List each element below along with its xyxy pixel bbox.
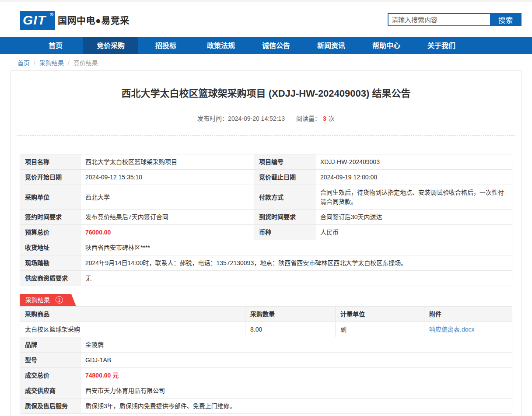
field-value: 西安市天力体育用品有限公司	[80, 383, 512, 399]
field-label: 成交总价	[20, 368, 80, 383]
main-nav: 首页 竞价采购 招投标 政策法规 诚信公告 新闻资讯 帮助中心 关于我们	[0, 37, 532, 54]
nav-item-news[interactable]: 新闻资讯	[304, 37, 359, 54]
views-count: 3	[323, 115, 326, 122]
project-info-table: 项目名称 西北大学太白校区篮球架采购项目 项目编号 XDJJ-HW-202409…	[20, 154, 512, 286]
views-label: 阅读量：	[296, 115, 321, 122]
field-label: 成交供应商	[20, 383, 80, 399]
field-value: 合同生效后，待货物到达指定地点、安装调试验收合格后，一次性付清合同货款。	[315, 185, 512, 210]
site-logo[interactable]: GIT ®	[20, 11, 55, 30]
attachment-link[interactable]: 响应偏离表.docx	[429, 326, 474, 333]
table-row: 品牌 金陵牌	[20, 337, 512, 353]
registered-trademark-icon: ®	[50, 12, 53, 17]
field-label: 签约时间要求	[20, 210, 80, 225]
site-brand-title: 国网中电●易竞采	[58, 12, 130, 29]
nav-item-integrity-notice[interactable]: 诚信公告	[248, 37, 304, 54]
column-header: 采购商品	[20, 307, 245, 322]
site-header: GIT ® 国网中电●易竞采 搜索	[0, 2, 532, 37]
field-value: 金陵牌	[80, 337, 512, 353]
table-row: 太白校区篮球架采购 8.00 副 响应偏离表.docx	[20, 322, 512, 337]
field-label: 供应商资质要求	[20, 271, 80, 286]
field-value: 2024年9月14日14:00时，联系人：郝锐，电话：13572130093，地…	[80, 255, 512, 271]
table-row: 成交总价 74800.00 元	[20, 368, 512, 383]
search-button[interactable]: 搜索	[490, 13, 522, 26]
column-header: 附件	[424, 307, 512, 322]
nav-item-bidding-purchase[interactable]: 竞价采购	[83, 37, 138, 54]
logo-git-text: GIT	[23, 13, 46, 28]
views-unit: 次	[329, 115, 335, 122]
field-value: 质保期3年，质保期内免费提供零部件、免费上门维修。	[80, 399, 512, 414]
field-value: XDJJ-HW-202409003	[315, 154, 512, 170]
site-search: 搜索	[388, 13, 522, 26]
field-value: 2024-09-19 12:00:00	[315, 170, 512, 185]
field-value: 人民币	[315, 225, 512, 240]
badge-number-circle: 1	[56, 296, 63, 304]
field-value: 无	[80, 271, 512, 286]
nav-item-tendering[interactable]: 招投标	[138, 37, 193, 54]
nav-item-help-center[interactable]: 帮助中心	[359, 37, 414, 54]
field-value: 合同签订后30天内送达	[315, 210, 512, 225]
table-row: 质保及售后服务 质保期3年，质保期内免费提供零部件、免费上门维修。	[20, 399, 512, 414]
field-value: 西北大学	[80, 185, 254, 210]
breadcrumb-home[interactable]: 首页	[18, 59, 30, 66]
field-value: 西北大学太白校区篮球架采购项目	[80, 154, 254, 170]
purchase-result-table: 采购商品 采购数量 计量单位 附件 太白校区篮球架采购 8.00 副 响应偏离表…	[20, 306, 512, 337]
deal-detail-table: 品牌 金陵牌 型号 GDJ-1AB 成交总价 74800.00 元 成交供应商 …	[20, 337, 512, 414]
table-row: 供应商资质要求 无	[20, 271, 512, 286]
table-header-row: 采购商品 采购数量 计量单位 附件	[20, 307, 512, 322]
product-name: 太白校区篮球架采购	[20, 322, 245, 337]
breadcrumb-separator: /	[68, 59, 70, 66]
breadcrumb: 首页/采购结果/竞价结果	[10, 54, 522, 70]
deal-total-price: 74800.00 元	[80, 368, 512, 383]
field-value: GDJ-1AB	[80, 353, 512, 368]
table-row: 现场踏勘 2024年9月14日14:00时，联系人：郝锐，电话：13572130…	[20, 255, 512, 271]
table-row: 收货地址 陕西省西安市碑林区****	[20, 240, 512, 255]
table-row: 项目名称 西北大学太白校区篮球架采购项目 项目编号 XDJJ-HW-202409…	[20, 154, 512, 170]
field-label: 品牌	[20, 337, 80, 353]
product-unit: 副	[336, 322, 424, 337]
nav-item-about-us[interactable]: 关于我们	[414, 37, 469, 54]
article-meta: 发布时间：2024-09-20 14:52:13阅读量：3次	[11, 114, 521, 123]
budget-total-price: 76000.00	[80, 225, 254, 240]
field-label: 质保及售后服务	[20, 399, 80, 414]
field-label: 项目编号	[254, 154, 315, 170]
announcement-card: 西北大学太白校区篮球架采购项目 (XDJJ-HW-202409003) 结果公告…	[10, 70, 522, 416]
table-row: 竞价开始日期 2024-09-12 15:35:10 竞价截止日期 2024-0…	[20, 170, 512, 185]
nav-item-policies[interactable]: 政策法规	[193, 37, 248, 54]
table-row: 成交供应商 西安市天力体育用品有限公司	[20, 383, 512, 399]
column-header: 采购数量	[245, 307, 336, 322]
field-label: 付款方式	[254, 185, 315, 210]
dashed-divider	[17, 135, 515, 136]
breadcrumb-current: 竞价结果	[74, 59, 98, 66]
field-label: 币种	[254, 225, 315, 240]
product-quantity: 8.00	[245, 322, 336, 337]
column-header: 计量单位	[336, 307, 424, 322]
field-label: 型号	[20, 353, 80, 368]
nav-item-home[interactable]: 首页	[28, 37, 83, 54]
breadcrumb-purchase-results[interactable]: 采购结果	[39, 59, 64, 66]
breadcrumb-separator: /	[34, 59, 35, 66]
purchase-result-badge-label: 采购结果	[25, 297, 50, 304]
field-label: 预算总价	[20, 225, 80, 240]
field-value: 陕西省西安市碑林区****	[80, 240, 512, 255]
page-title: 西北大学太白校区篮球架采购项目 (XDJJ-HW-202409003) 结果公告	[24, 87, 508, 100]
publish-time-value: 2024-09-20 14:52:13	[228, 115, 285, 122]
publish-time-label: 发布时间：	[197, 115, 228, 122]
field-value: 2024-09-12 15:35:10	[80, 170, 254, 185]
field-label: 到货时间要求	[254, 210, 315, 225]
field-label: 采购单位	[20, 185, 80, 210]
field-value: 发布竞价结果后7天内签订合同	[80, 210, 254, 225]
table-row: 签约时间要求 发布竞价结果后7天内签订合同 到货时间要求 合同签订后30天内送达	[20, 210, 512, 225]
field-label: 竞价开始日期	[20, 170, 80, 185]
field-label: 竞价截止日期	[254, 170, 315, 185]
field-label: 收货地址	[20, 240, 80, 255]
field-label: 项目名称	[20, 154, 80, 170]
table-row: 型号 GDJ-1AB	[20, 353, 512, 368]
purchase-result-badge: 采购结果 1	[20, 294, 76, 306]
field-label: 现场踏勘	[20, 255, 80, 271]
table-row: 采购单位 西北大学 付款方式 合同生效后，待货物到达指定地点、安装调试验收合格后…	[20, 185, 512, 210]
table-row: 预算总价 76000.00 币种 人民币	[20, 225, 512, 240]
search-input[interactable]	[388, 13, 490, 26]
